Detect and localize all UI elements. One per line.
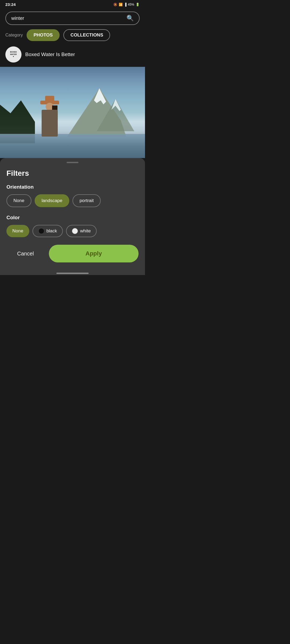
sheet-handle [67, 162, 78, 163]
orientation-none-button[interactable]: None [6, 194, 31, 207]
status-icons: 🔕 📶 ▐ 45% 🔋 [113, 3, 140, 6]
orientation-portrait-button[interactable]: portrait [73, 194, 101, 207]
sponsor-logo[interactable]: BOXEDWATER▼ [5, 46, 21, 63]
search-bar[interactable]: winter 🔍 [5, 12, 140, 25]
sponsor-logo-text: BOXEDWATER▼ [10, 51, 17, 58]
sponsor-row: BOXEDWATER▼ Boxed Water Is Better [0, 46, 145, 67]
home-bar [56, 273, 89, 274]
category-row: Category PHOTOS COLLECTIONS [0, 29, 145, 46]
wifi-icon: 📶 [119, 3, 123, 6]
color-none-button[interactable]: None [6, 225, 29, 237]
cancel-button[interactable]: Cancel [6, 245, 45, 262]
black-dot [38, 228, 44, 234]
color-none-label: None [12, 228, 23, 234]
signal-icon: ▐ [124, 3, 126, 6]
color-black-button[interactable]: black [32, 225, 63, 237]
search-icon[interactable]: 🔍 [126, 15, 134, 22]
water-graphic [0, 134, 145, 158]
home-indicator [0, 270, 145, 275]
search-container: winter 🔍 [0, 8, 145, 29]
search-input[interactable]: winter [11, 16, 126, 21]
filters-title: Filters [6, 169, 139, 178]
status-bar: 23:24 🔕 📶 ▐ 45% 🔋 [0, 0, 145, 8]
color-label: Color [6, 215, 139, 221]
orientation-landscape-button[interactable]: landscape [35, 194, 70, 207]
action-row: Cancel Apply [6, 245, 139, 262]
color-options: None black white [6, 225, 139, 237]
apply-button[interactable]: Apply [49, 245, 139, 262]
collections-button[interactable]: COLLECTIONS [63, 29, 110, 41]
color-white-button[interactable]: white [66, 225, 97, 237]
hero-image [0, 67, 145, 158]
color-white-label: white [80, 228, 91, 234]
status-time: 23:24 [5, 2, 16, 7]
bottom-sheet: Filters Orientation None landscape portr… [0, 158, 145, 270]
mute-icon: 🔕 [113, 3, 117, 6]
battery-icon: 🔋 [136, 3, 140, 6]
color-black-label: black [46, 228, 57, 234]
category-label: Category [5, 33, 23, 38]
orientation-options: None landscape portrait [6, 194, 139, 207]
person-graphic [38, 94, 62, 137]
sponsor-name: Boxed Water Is Better [25, 52, 75, 57]
battery-text: 45% [128, 3, 134, 6]
hero-background [0, 67, 145, 158]
white-dot [72, 228, 78, 234]
orientation-label: Orientation [6, 184, 139, 190]
photos-button[interactable]: PHOTOS [27, 29, 60, 41]
